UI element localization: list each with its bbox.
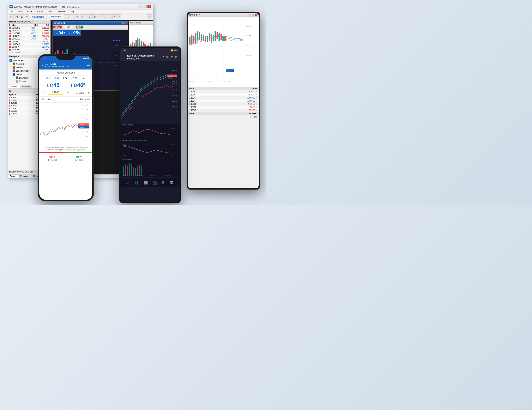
tab-trade[interactable]: Trade [8, 175, 18, 178]
minimize-button[interactable]: ─ [138, 5, 142, 8]
android-screen: 2:09 📶 86% ☰ Euro vs. United States Doll… [120, 48, 180, 202]
eurusd-chart-title-bar: EURUSD,H1 ─ ✕ [53, 21, 128, 25]
plus-button-2[interactable]: + [87, 91, 90, 95]
menu-charts[interactable]: Charts [36, 10, 45, 13]
close-pos-5[interactable]: ✕ [256, 103, 257, 105]
trade-icon[interactable]: $↕ [166, 56, 169, 59]
nav-grid-icon[interactable]: ⊞ [162, 181, 165, 185]
tablet-pos-row-3[interactable]: 1.10947 11 600.00 ✕ [188, 96, 259, 99]
tablet-pos-row-1[interactable]: 1.10947 11 970.00 ✕ [188, 90, 259, 93]
nav-chart-icon[interactable]: 📈 [143, 181, 148, 185]
eurusd-volume-input[interactable] [65, 26, 72, 28]
plus-button[interactable]: + [67, 91, 69, 95]
adj-minus01[interactable]: -0.1 [46, 77, 50, 80]
mw-row-eurchf[interactable]: EURCHF 1.09580 [8, 48, 50, 51]
nav-camera-icon[interactable]: 📷 [152, 181, 157, 185]
toolbar-icon-1[interactable]: 📂 [9, 14, 14, 19]
scroll-btn[interactable]: →| [105, 14, 111, 19]
chart-btn-3[interactable]: 〰 [75, 14, 79, 19]
menu-window[interactable]: Window [57, 10, 66, 13]
tablet-pos-row-2[interactable]: 1.10947 11 970.00 ✕ [188, 93, 259, 96]
close-pos-4[interactable]: ✕ [256, 100, 257, 102]
eurusd-buy-button[interactable]: BUY [76, 26, 83, 29]
nav-arrow-icon[interactable]: ↗ [127, 181, 130, 185]
close-pos-1[interactable]: ✕ [256, 91, 257, 93]
adj-minus001[interactable]: -0.01 [54, 77, 59, 80]
adj-plus01[interactable]: +0.1 [81, 77, 86, 80]
crosshair-btn[interactable]: ✛ [117, 14, 121, 19]
toolbar-icon-2[interactable]: 💾 [14, 14, 19, 19]
settings-icon[interactable]: ⊡ [175, 56, 178, 59]
nav-icon-mt5: M [10, 59, 12, 62]
plus-icon[interactable]: + [159, 56, 161, 59]
mw-row-audjpy[interactable]: AUDJPY 84.427 [8, 40, 50, 43]
period-btn[interactable]: ⊣|⊢ [99, 14, 105, 19]
tablet-pos-row-5[interactable]: 1.10955 -2 436.00 ✕ [188, 103, 259, 106]
eurusd-minimize[interactable]: ─ [122, 22, 124, 24]
close-pos-3[interactable]: ✕ [256, 97, 257, 99]
menu-view[interactable]: View [17, 10, 24, 13]
tab-favorites[interactable]: Favorites [20, 85, 32, 88]
tablet-close[interactable]: ✕ [255, 14, 257, 17]
adj-100[interactable]: 1.00 [63, 77, 67, 80]
search-button[interactable]: 🔍 [147, 14, 152, 19]
tablet-pos-row-6[interactable]: 1.10955 -1 163.00 ✕ [188, 106, 259, 109]
sell-market-button[interactable]: SELL by market [39, 152, 66, 164]
volume-svg: 14 May 20:00 26 May 20:00 5 Jun 20:00 17… [122, 161, 178, 176]
tab-exposure[interactable]: Exposure [18, 175, 31, 178]
eurusd-vol-arrow[interactable]: ▼ [73, 26, 75, 28]
chart-view-icon[interactable]: ⇄ [87, 63, 90, 67]
mw-row-eurjpy[interactable]: EURJPY 125.442 [8, 46, 50, 48]
chart-btn-1[interactable]: 📊 [64, 14, 69, 19]
close-pos-7[interactable]: ✕ [256, 109, 257, 111]
mw-row-usdcad[interactable]: USDCAD 1.33729 [8, 43, 50, 46]
menu-help[interactable]: Help [69, 10, 76, 13]
zoom-out-button[interactable]: 🔍- [86, 14, 92, 19]
tablet-min[interactable]: ─ [248, 14, 251, 17]
close-pos-6[interactable]: ✕ [256, 106, 257, 108]
nav-label-examples: Examples [19, 77, 28, 79]
tab-common[interactable]: Common [8, 85, 20, 88]
maximize-button[interactable]: □ [143, 5, 147, 8]
minus-button[interactable]: − [42, 91, 44, 95]
menu-tools[interactable]: Tools [47, 10, 54, 13]
mw-row-eurusd[interactable]: EURUSD 1.10947 1.10955 [8, 27, 50, 29]
hamburger-icon[interactable]: ☰ [123, 55, 125, 59]
new-order-button[interactable]: 📋 New Order [46, 14, 62, 19]
mw-row-eurcad[interactable]: EURCAD 1.48354 1.48… [8, 38, 50, 40]
autotrading-button[interactable]: AutoTrading [31, 14, 46, 19]
cursor-btn[interactable]: ↖ [113, 14, 117, 19]
svg-rect-65 [127, 165, 128, 176]
chart-type-button[interactable]: ▤ [92, 14, 97, 19]
amount-slider[interactable] [48, 95, 63, 95]
menu-insert[interactable]: Insert [26, 10, 34, 13]
adj-plus001[interactable]: +0.01 [71, 77, 77, 80]
mw-row-usdchf[interactable]: USDCHF 0.98757 0.98797 [8, 32, 50, 35]
toolbar-icon-3[interactable]: 🖨 [19, 14, 24, 19]
fill-policy-value[interactable]: Fill or Kill [80, 98, 90, 101]
tablet-max[interactable]: □ [252, 14, 254, 17]
nav-label-indicators: Indicators [16, 67, 24, 68]
eurusd-dropdown-arrow[interactable]: ▼ [62, 26, 64, 28]
menu-file[interactable]: File [9, 10, 15, 13]
toolbar-icon-4[interactable]: ↩ [25, 14, 29, 19]
back-button[interactable]: ‹ [42, 63, 43, 67]
close-pos-2[interactable]: ✕ [256, 94, 257, 96]
nav-people-icon[interactable]: 👥 [134, 181, 139, 185]
nav-chat-icon[interactable]: 💬 [169, 181, 174, 185]
eurusd-sell-button[interactable]: SELL [53, 26, 62, 29]
eurusd-close[interactable]: ✕ [124, 22, 127, 24]
add-symbol-row[interactable]: + click to add... [8, 51, 50, 54]
prices-row: 1.12458 1.12460 [39, 81, 92, 89]
positions-close[interactable]: ✕ [9, 90, 11, 92]
layout-icon[interactable]: ⊞ [171, 56, 173, 59]
mw-row-gbpusd[interactable]: GBPUSD 1.41636 1.41653 [8, 29, 50, 32]
function-icon[interactable]: ƒ [163, 56, 164, 59]
zoom-in-button[interactable]: 🔍+ [80, 14, 86, 19]
tablet-pos-row-4[interactable]: 1.10947 11 600.00 ✕ [188, 99, 259, 103]
buy-market-button[interactable]: BUY by market [66, 152, 93, 164]
close-button[interactable]: ✕ [147, 5, 151, 8]
chart-btn-2[interactable]: 📈 [69, 14, 74, 19]
tablet-pos-row-7[interactable]: 1.10947 -539.00 ✕ [188, 109, 259, 112]
mw-row-usdjpy[interactable]: USDJPY 113.057 113.087 [8, 35, 50, 38]
